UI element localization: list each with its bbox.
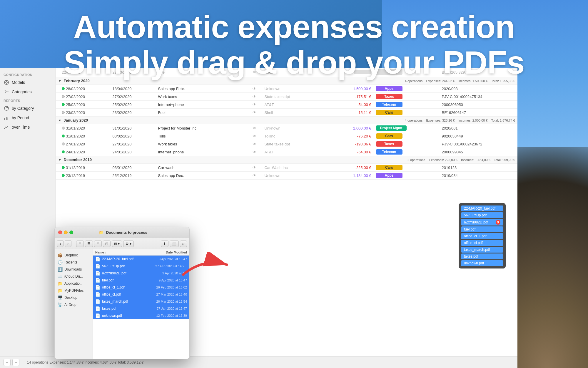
toggle-tri-jan[interactable]: ▼	[58, 119, 61, 122]
downloads-icon: ⬇️	[58, 267, 63, 272]
table-row: 23/02/2020 23/02/2020 Fuel 👁 Shell -15,1…	[56, 109, 517, 117]
drag-arrow	[179, 252, 232, 282]
airdrop-label: AirDrop	[64, 303, 76, 307]
by-category-icon	[4, 105, 9, 111]
file-name: office_cl.pdf	[102, 292, 141, 296]
period-summary-jan: 4 operations Expenses: 323,26 € Incomes:…	[405, 119, 515, 122]
sidebar-airdrop[interactable]: 📡 AirDrop	[55, 301, 93, 308]
toggle-tri-dec[interactable]: ▼	[58, 158, 61, 162]
desktop-label: Desktop	[64, 296, 77, 300]
tag-button[interactable]: ⬜	[170, 241, 179, 247]
pdf-icon: 📄	[95, 257, 100, 261]
cover-flow-button[interactable]: ⊡	[103, 241, 111, 247]
file-item[interactable]: 📄 aZxYu982D.pdf 9 Apr 2020 at 1...	[93, 270, 189, 277]
file-item[interactable]: 📄 office_cl.pdf 27 Mar 2020 at 18:40	[93, 291, 189, 298]
file-name: fuel.pdf	[102, 278, 141, 282]
table-row: 25/02/2020 25/02/2020 Internet+phone 👁 A…	[56, 101, 517, 109]
pdf-tag: fuel.pdf	[461, 226, 503, 232]
eye-icon[interactable]: 👁	[253, 95, 256, 99]
hero-section: Automatic expenses creation Simply drag …	[0, 0, 588, 80]
eye-icon[interactable]: 👁	[253, 102, 256, 107]
eye-icon[interactable]: 👁	[253, 165, 256, 170]
file-name: 567_TYUp.pdf	[102, 264, 141, 268]
sidebar-dropbox[interactable]: 📦 Dropbox	[55, 252, 93, 259]
eye-icon[interactable]: 👁	[253, 142, 256, 146]
period-label-jan: January 2020	[64, 118, 88, 122]
sidebar-item-by-category[interactable]: by Category	[0, 104, 56, 113]
action-button[interactable]: ⚙ ▾	[123, 241, 134, 247]
pdf-tag-name: taxes_march.pdf	[464, 248, 490, 252]
finder-window: 📁 Documents to process ‹ › ⊞ ☰ ⊟ ⊡ ⊞ ▾ ⚙…	[54, 227, 190, 359]
period-summary-dec: 2 operations Expenses: 225,00 € Incomes:…	[407, 158, 515, 162]
more-button[interactable]: ››	[180, 241, 187, 247]
file-name: unknown.pdf	[102, 314, 141, 318]
table-row: 24/01/2020 24/01/2020 Internet+phone 👁 A…	[56, 148, 517, 156]
reports-section-header: REPORTS	[0, 97, 56, 104]
pdf-tag: 22-MAR-20_fuel.pdf	[461, 205, 503, 211]
table-row: 28/02/2020 18/04/2020 Sales app Febr. 👁 …	[56, 85, 517, 93]
mypdffiles-icon: 📁	[58, 288, 63, 293]
svg-rect-8	[4, 118, 5, 120]
pdf-tags-panel: 22-MAR-20_fuel.pdf 567_TYUp.pdf aZxYu982…	[459, 203, 506, 268]
eye-icon[interactable]: 👁	[253, 87, 256, 91]
pdf-tag: taxes_march.pdf	[461, 247, 503, 253]
file-item[interactable]: 📄 fuel.pdf 9 Apr 2020 at 15:47	[93, 277, 189, 284]
applications-label: Applicatio...	[64, 281, 83, 286]
group-button[interactable]: ⊞ ▾	[112, 241, 122, 247]
models-icon	[4, 79, 9, 85]
finder-toolbar: ‹ › ⊞ ☰ ⊟ ⊡ ⊞ ▾ ⚙ ▾ ⬆ ⬜ ››	[55, 238, 189, 249]
column-view-button[interactable]: ⊟	[94, 241, 102, 247]
sidebar-desktop[interactable]: 🖥️ Desktop	[55, 294, 93, 301]
file-name: taxes.pdf	[102, 306, 141, 311]
icon-view-button[interactable]: ⊞	[76, 241, 84, 247]
file-item[interactable]: 📄 unknown.pdf 12 Feb 2020 at 17:39	[93, 312, 189, 319]
eye-icon[interactable]: 👁	[253, 126, 256, 130]
sidebar-downloads[interactable]: ⬇️ Downloads	[55, 266, 93, 273]
eye-icon[interactable]: 👁	[253, 150, 256, 154]
svg-rect-9	[6, 117, 7, 120]
svg-point-1	[6, 82, 7, 83]
pdf-tag: office_cl_1.pdf	[461, 233, 503, 239]
mypdffiles-label: MyPDFFiles	[64, 289, 83, 293]
finder-titlebar: 📁 Documents to process	[55, 227, 189, 238]
pdf-icon: 📄	[95, 285, 100, 290]
file-item[interactable]: 📄 office_cl_1.pdf 26 Feb 2020 at 16:02	[93, 284, 189, 291]
total-summary: 14 operations Expenses: 1.144,88 € Incom…	[56, 360, 143, 364]
pdf-tag-name: 567_TYUp.pdf	[464, 213, 487, 217]
pdf-tag: taxes.pdf	[461, 253, 503, 259]
by-period-icon	[4, 115, 9, 121]
back-button[interactable]: ‹	[57, 240, 64, 247]
eye-icon[interactable]: 👁	[253, 173, 256, 178]
sidebar-item-categories[interactable]: Categories	[0, 87, 56, 97]
pdf-tag: 567_TYUp.pdf	[461, 212, 503, 218]
period-header-jan: ▼ January 2020 4 operations Expenses: 32…	[56, 117, 517, 124]
pdf-icon: 📄	[95, 306, 100, 311]
sidebar-mypdffiles[interactable]: 📁 MyPDFFiles	[55, 287, 93, 294]
sidebar-icloud[interactable]: ☁️ iCloud Dri...	[55, 273, 93, 280]
sidebar-recents[interactable]: 🕐 Recents	[55, 259, 93, 266]
list-view-button[interactable]: ☰	[85, 241, 93, 247]
file-item[interactable]: 📄 taxes.pdf 27 Jan 2020 at 19:47	[93, 305, 189, 312]
pdf-tag-name: office_cl.pdf	[464, 241, 483, 245]
table-row: 27/01/2020 27/01/2020 Work taxes 👁 State…	[56, 140, 517, 148]
over-time-label: over Time	[12, 125, 30, 130]
share-button[interactable]: ⬆	[161, 241, 168, 247]
models-label: Models	[12, 80, 25, 85]
eye-icon[interactable]: 👁	[253, 110, 256, 115]
desktop-icon: 🖥️	[58, 295, 63, 300]
file-item[interactable]: 📄 taxes_march.pdf 26 Mar 2020 at 16:54	[93, 298, 189, 305]
sidebar-item-over-time[interactable]: over Time	[0, 122, 56, 132]
icloud-label: iCloud Dri...	[64, 274, 83, 279]
pdf-tag-name: 22-MAR-20_fuel.pdf	[464, 206, 495, 210]
table-row: 31/01/2020 03/02/2020 Tolls 👁 TollInc -7…	[56, 132, 517, 140]
file-item[interactable]: 📄 22-MAR-20_fuel.pdf 9 Apr 2020 at 15:47	[93, 256, 189, 263]
file-item[interactable]: 📄 567_TYUp.pdf 27 Feb 2020 at 14:2...	[93, 263, 189, 270]
file-date: 26 Mar 2020 at 16:54	[143, 300, 187, 303]
sidebar-applications[interactable]: 📁 Applicatio...	[55, 280, 93, 287]
forward-button[interactable]: ›	[65, 240, 71, 247]
categories-label: Categories	[12, 89, 32, 94]
eye-icon[interactable]: 👁	[253, 134, 256, 138]
finder-body: 📦 Dropbox 🕐 Recents ⬇️ Downloads ☁️ iClo…	[55, 249, 189, 359]
period-label-dec: December 2019	[64, 158, 92, 162]
sidebar-item-by-period[interactable]: by Period	[0, 113, 56, 122]
